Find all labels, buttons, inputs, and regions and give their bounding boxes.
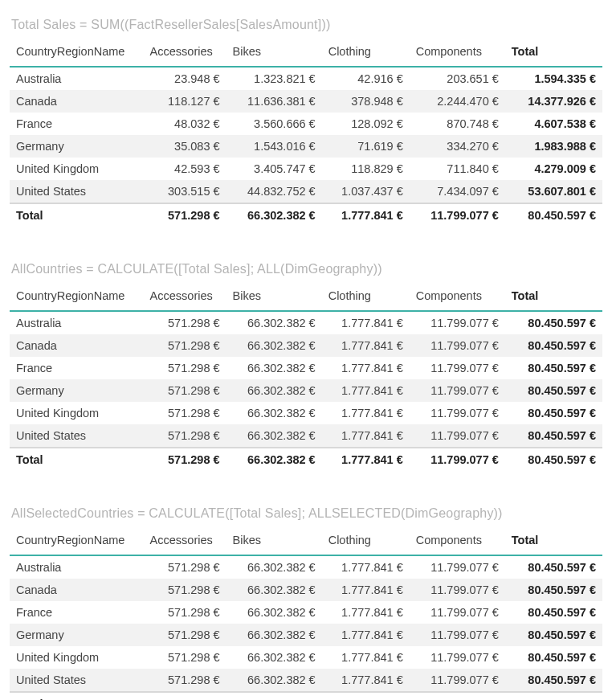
table-row: Australia571.298 €66.302.382 €1.777.841 … xyxy=(10,555,602,579)
cell-value: 870.748 € xyxy=(410,113,505,135)
cell-value: 711.840 € xyxy=(410,158,505,180)
table-row: United States303.515 €44.832.752 €1.037.… xyxy=(10,180,602,203)
cell-value: 35.083 € xyxy=(144,135,226,158)
cell-total-label: Total xyxy=(10,692,144,700)
cell-value: 1.777.841 € xyxy=(322,334,410,357)
cell-value: 571.298 € xyxy=(144,646,226,669)
table-row: Canada118.127 €11.636.381 €378.948 €2.24… xyxy=(10,90,602,113)
cell-total-value: 80.450.597 € xyxy=(505,692,602,700)
cell-value: 23.948 € xyxy=(144,67,226,90)
cell-value: 66.302.382 € xyxy=(226,357,322,379)
cell-value: 571.298 € xyxy=(144,555,226,579)
col-header-bikes: Bikes xyxy=(226,281,322,311)
cell-total-label: Total xyxy=(10,448,144,471)
cell-value: 11.799.077 € xyxy=(410,579,505,601)
cell-total: 1.594.335 € xyxy=(505,67,602,90)
cell-value: 11.799.077 € xyxy=(410,311,505,334)
cell-country: United Kingdom xyxy=(10,402,144,424)
cell-value: 118.127 € xyxy=(144,90,226,113)
col-header-total: Total xyxy=(505,526,602,555)
cell-total: 80.450.597 € xyxy=(505,334,602,357)
cell-total-label: Total xyxy=(10,203,144,227)
cell-country: Australia xyxy=(10,555,144,579)
col-header-bikes: Bikes xyxy=(226,526,322,555)
cell-value: 571.298 € xyxy=(144,424,226,448)
cell-value: 11.799.077 € xyxy=(410,357,505,379)
cell-value: 11.799.077 € xyxy=(410,379,505,402)
cell-total-value: 571.298 € xyxy=(144,448,226,471)
table-row: United States571.298 €66.302.382 €1.777.… xyxy=(10,669,602,692)
matrix-all-countries: CountryRegionName Accessories Bikes Clot… xyxy=(10,281,602,471)
formula-total-sales: Total Sales = SUM((FactResellerSales[Sal… xyxy=(11,18,602,32)
cell-value: 48.032 € xyxy=(144,113,226,135)
cell-total: 1.983.988 € xyxy=(505,135,602,158)
col-header-total: Total xyxy=(505,37,602,67)
col-header-country: CountryRegionName xyxy=(10,37,144,67)
cell-value: 378.948 € xyxy=(322,90,410,113)
cell-value: 7.434.097 € xyxy=(410,180,505,203)
formula-all-countries: AllCountries = CALCULATE([Total Sales]; … xyxy=(11,262,602,276)
col-header-bikes: Bikes xyxy=(226,37,322,67)
table-row: Germany571.298 €66.302.382 €1.777.841 €1… xyxy=(10,379,602,402)
table-row: United Kingdom571.298 €66.302.382 €1.777… xyxy=(10,402,602,424)
cell-value: 1.777.841 € xyxy=(322,669,410,692)
cell-value: 11.799.077 € xyxy=(410,402,505,424)
cell-value: 66.302.382 € xyxy=(226,555,322,579)
col-header-clothing: Clothing xyxy=(322,281,410,311)
cell-total: 80.450.597 € xyxy=(505,402,602,424)
cell-country: Germany xyxy=(10,135,144,158)
cell-value: 1.777.841 € xyxy=(322,555,410,579)
cell-value: 66.302.382 € xyxy=(226,624,322,646)
cell-value: 66.302.382 € xyxy=(226,669,322,692)
cell-value: 1.777.841 € xyxy=(322,579,410,601)
cell-value: 1.777.841 € xyxy=(322,424,410,448)
table-row: Canada571.298 €66.302.382 €1.777.841 €11… xyxy=(10,334,602,357)
cell-country: Germany xyxy=(10,624,144,646)
cell-total-value: 571.298 € xyxy=(144,203,226,227)
cell-country: United States xyxy=(10,180,144,203)
cell-value: 1.037.437 € xyxy=(322,180,410,203)
cell-value: 1.777.841 € xyxy=(322,357,410,379)
total-row: Total571.298 €66.302.382 €1.777.841 €11.… xyxy=(10,203,602,227)
cell-value: 571.298 € xyxy=(144,334,226,357)
cell-value: 118.829 € xyxy=(322,158,410,180)
cell-value: 11.799.077 € xyxy=(410,334,505,357)
table-row: United Kingdom571.298 €66.302.382 €1.777… xyxy=(10,646,602,669)
cell-value: 571.298 € xyxy=(144,402,226,424)
cell-total: 4.607.538 € xyxy=(505,113,602,135)
cell-value: 1.777.841 € xyxy=(322,402,410,424)
col-header-accessories: Accessories xyxy=(144,37,226,67)
cell-total: 53.607.801 € xyxy=(505,180,602,203)
cell-total-value: 11.799.077 € xyxy=(410,448,505,471)
cell-total-value: 80.450.597 € xyxy=(505,203,602,227)
cell-total: 80.450.597 € xyxy=(505,669,602,692)
col-header-components: Components xyxy=(410,526,505,555)
table-row: Australia23.948 €1.323.821 €42.916 €203.… xyxy=(10,67,602,90)
col-header-accessories: Accessories xyxy=(144,281,226,311)
table-row: United States571.298 €66.302.382 €1.777.… xyxy=(10,424,602,448)
cell-total: 80.450.597 € xyxy=(505,555,602,579)
cell-total: 80.450.597 € xyxy=(505,424,602,448)
cell-value: 334.270 € xyxy=(410,135,505,158)
cell-value: 571.298 € xyxy=(144,311,226,334)
cell-value: 71.619 € xyxy=(322,135,410,158)
cell-country: Germany xyxy=(10,379,144,402)
cell-country: Canada xyxy=(10,90,144,113)
cell-value: 66.302.382 € xyxy=(226,402,322,424)
cell-value: 3.405.747 € xyxy=(226,158,322,180)
cell-value: 1.323.821 € xyxy=(226,67,322,90)
cell-value: 128.092 € xyxy=(322,113,410,135)
cell-value: 66.302.382 € xyxy=(226,579,322,601)
col-header-country: CountryRegionName xyxy=(10,281,144,311)
table-row: France571.298 €66.302.382 €1.777.841 €11… xyxy=(10,601,602,624)
cell-total-value: 1.777.841 € xyxy=(322,203,410,227)
cell-value: 11.799.077 € xyxy=(410,555,505,579)
cell-total: 4.279.009 € xyxy=(505,158,602,180)
cell-value: 571.298 € xyxy=(144,601,226,624)
matrix-total-sales: CountryRegionName Accessories Bikes Clot… xyxy=(10,37,602,227)
table-row: Germany571.298 €66.302.382 €1.777.841 €1… xyxy=(10,624,602,646)
col-header-country: CountryRegionName xyxy=(10,526,144,555)
cell-country: France xyxy=(10,113,144,135)
cell-country: Canada xyxy=(10,334,144,357)
cell-country: United Kingdom xyxy=(10,646,144,669)
